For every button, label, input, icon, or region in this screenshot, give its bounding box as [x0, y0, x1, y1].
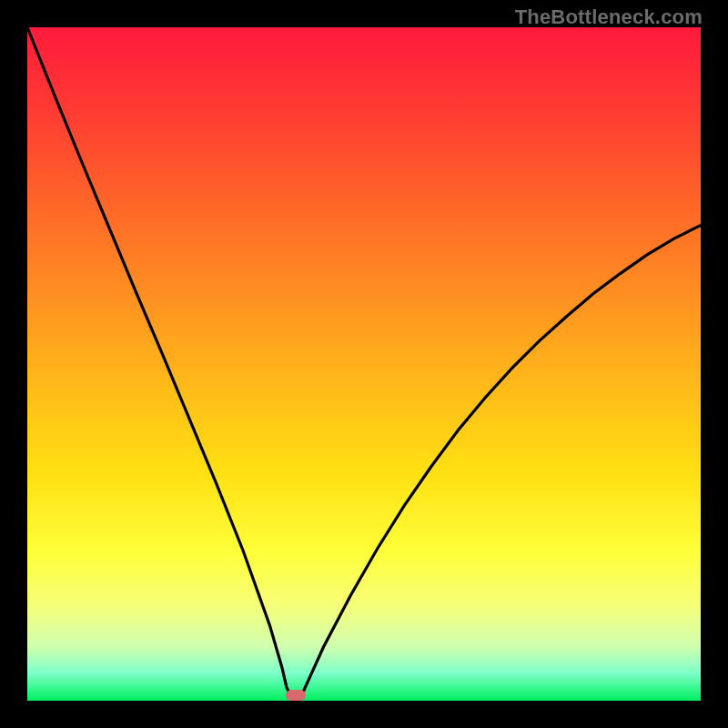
chart-frame: TheBottleneck.com [0, 0, 728, 728]
bottleneck-curve [27, 27, 701, 701]
plot-area [27, 27, 701, 701]
watermark-label: TheBottleneck.com [515, 5, 703, 29]
curve-svg [27, 27, 701, 701]
bottleneck-marker [286, 690, 306, 701]
